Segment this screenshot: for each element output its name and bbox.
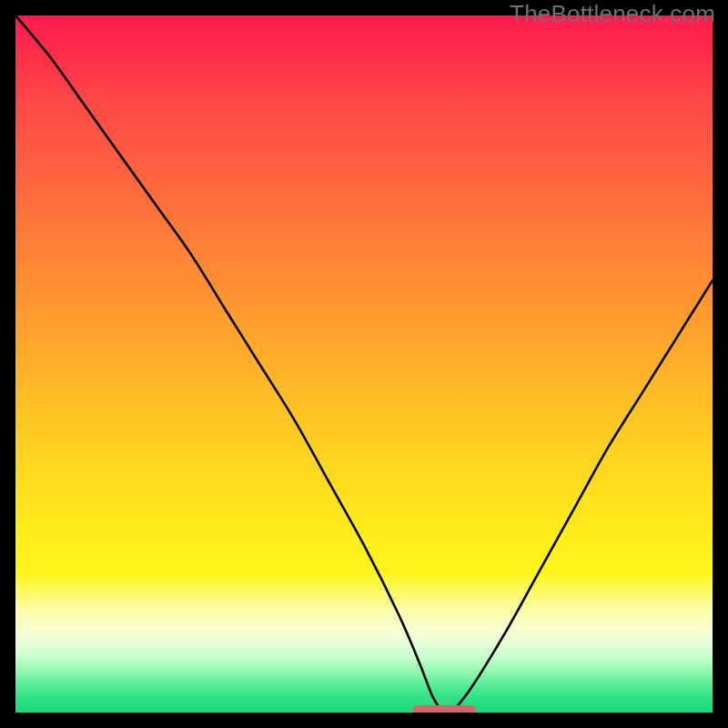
plot-area xyxy=(15,15,713,713)
optimum-marker xyxy=(413,705,476,713)
watermark-label: TheBottleneck.com xyxy=(510,0,715,28)
chart-frame: TheBottleneck.com xyxy=(0,0,728,728)
bottleneck-curve xyxy=(15,15,713,713)
